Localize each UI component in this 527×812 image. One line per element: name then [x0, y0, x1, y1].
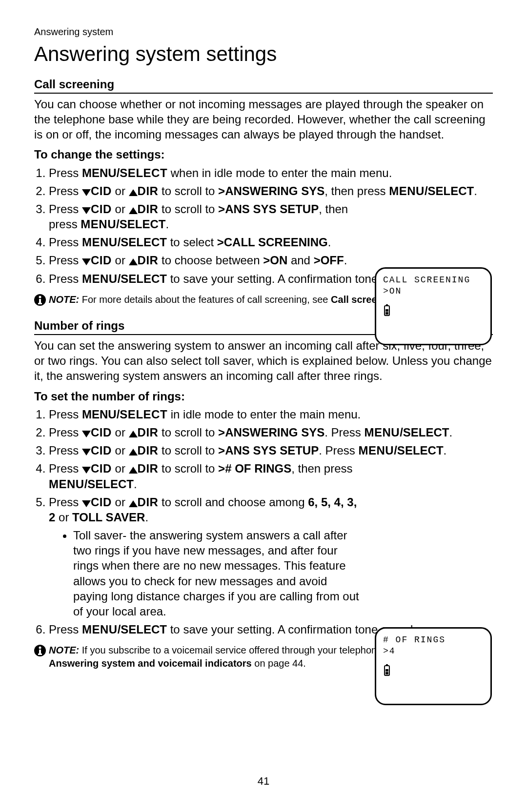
triangle-down-icon	[82, 207, 91, 214]
text: to scroll to	[158, 184, 218, 198]
text: For more details about the features of c…	[79, 294, 331, 305]
text: Press	[49, 272, 82, 285]
key-label: CID	[91, 462, 112, 475]
key-label: DIR	[138, 462, 159, 475]
list-item: Press CID or DIR to scroll to >ANS SYS S…	[49, 443, 493, 458]
text: on page 44.	[252, 658, 306, 669]
key-label: DIR	[138, 426, 159, 439]
triangle-up-icon	[129, 449, 138, 456]
heading-call-screening: Call screening	[34, 77, 493, 94]
text: to select	[167, 236, 217, 249]
page-number: 41	[0, 774, 527, 789]
battery-icon	[383, 304, 484, 320]
menu-target: >ANS SYS SETUP	[218, 202, 319, 216]
text: .	[449, 426, 453, 439]
key-label: CID	[91, 495, 112, 509]
text: or	[112, 184, 129, 198]
lcd-line: >ON	[383, 286, 484, 297]
triangle-up-icon	[129, 431, 138, 437]
battery-icon	[383, 664, 484, 680]
key-label: MENU/SELECT	[82, 236, 167, 249]
text: to scroll and choose among	[158, 495, 308, 509]
text: to scroll to	[158, 426, 218, 439]
text: . Press	[319, 444, 358, 457]
text: Press	[49, 236, 82, 249]
text: , then press	[291, 462, 352, 475]
lcd-display-call-screening: CALL SCREENING >ON	[375, 267, 492, 345]
menu-target: >OFF	[314, 254, 344, 267]
key-label: MENU/SELECT	[389, 184, 474, 198]
key-label: DIR	[138, 202, 159, 216]
key-label: MENU/SELECT	[82, 408, 167, 421]
key-label: MENU/SELECT	[82, 272, 167, 285]
key-label: DIR	[138, 184, 159, 198]
key-label: DIR	[138, 495, 159, 509]
key-label: MENU/SELECT	[82, 166, 167, 179]
text: or	[112, 426, 129, 439]
menu-target: >ANSWERING SYS	[218, 184, 324, 198]
text: Press	[49, 408, 82, 421]
text: .	[145, 511, 148, 524]
triangle-up-icon	[129, 207, 138, 214]
text: or	[112, 444, 129, 457]
triangle-up-icon	[129, 189, 138, 196]
list-item: Press CID or DIR to scroll to ># OF RING…	[49, 461, 493, 491]
info-icon	[34, 294, 46, 309]
menu-target: >CALL SCREENING	[217, 236, 328, 249]
text: Press	[49, 184, 82, 198]
text: Press	[49, 166, 82, 179]
cross-ref: Answering system and voicemail indicator…	[49, 658, 252, 669]
key-label: CID	[91, 254, 112, 267]
list-item: Press MENU/SELECT in idle mode to enter …	[49, 407, 493, 422]
list-item: Press MENU/SELECT to select >CALL SCREEN…	[49, 235, 493, 250]
key-label: CID	[91, 426, 112, 439]
key-label: CID	[91, 444, 112, 457]
text: . Press	[324, 426, 364, 439]
list-item: Press CID or DIR to scroll to >ANS SYS S…	[49, 201, 493, 232]
list-item: Press CID or DIR to scroll and choose am…	[49, 495, 493, 619]
key-label: MENU/SELECT	[359, 444, 444, 457]
triangle-up-icon	[129, 467, 138, 474]
text: Press	[49, 462, 82, 475]
text: Press	[49, 623, 82, 636]
key-label: DIR	[138, 444, 159, 457]
menu-target: >ON	[263, 254, 287, 267]
text: .	[165, 218, 169, 231]
lcd-line: CALL SCREENING	[383, 275, 484, 286]
text: Press	[49, 495, 82, 509]
menu-target: ># OF RINGS	[218, 462, 291, 475]
subheading: To change the settings:	[34, 147, 493, 162]
triangle-up-icon	[129, 500, 138, 507]
text: , then press	[324, 184, 389, 198]
list-item: Press MENU/SELECT when in idle mode to e…	[49, 165, 493, 180]
text: to scroll to	[158, 444, 218, 457]
text: .	[474, 184, 477, 198]
text: Press	[49, 444, 82, 457]
key-label: CID	[91, 184, 112, 198]
text: Press	[49, 426, 82, 439]
lcd-line: >4	[383, 646, 484, 657]
text: to scroll to	[158, 202, 218, 216]
key-label: CID	[91, 202, 112, 216]
text: or	[112, 462, 129, 475]
text: to scroll to	[158, 462, 218, 475]
triangle-down-icon	[82, 449, 91, 456]
list-item: Toll saver- the answering system answers…	[73, 528, 361, 619]
lcd-display-num-rings: # OF RINGS >4	[375, 627, 492, 705]
subheading: To set the number of rings:	[34, 389, 493, 404]
breadcrumb: Answering system	[34, 25, 493, 38]
text: Press	[49, 254, 82, 267]
menu-target: TOLL SAVER	[72, 511, 145, 524]
text: .	[134, 477, 137, 491]
text: or	[112, 254, 129, 267]
menu-target: >ANS SYS SETUP	[218, 444, 319, 457]
text: or	[112, 495, 129, 509]
text: Press	[49, 202, 82, 216]
page-title: Answering system settings	[34, 41, 493, 68]
sub-bullets: Toll saver- the answering system answers…	[49, 528, 361, 619]
text: in idle mode to enter the main menu.	[167, 408, 361, 421]
text: or	[55, 511, 72, 524]
info-icon	[34, 645, 46, 660]
key-label: MENU/SELECT	[82, 623, 167, 636]
note-label: NOTE:	[49, 294, 79, 305]
